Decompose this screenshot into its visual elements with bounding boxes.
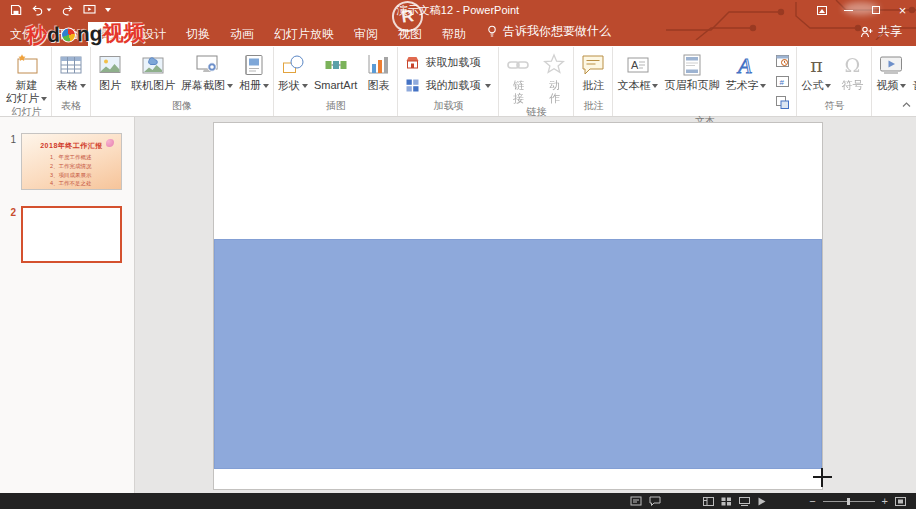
window-title: 演示文稿12 - PowerPoint <box>0 3 916 18</box>
photo-album-button[interactable]: 相册 <box>236 48 272 92</box>
powerpoint-window: 演示文稿12 - PowerPoint × 文件 开始 插入 设计 切换 动画 … <box>0 0 916 509</box>
dropdown-caret <box>80 84 86 88</box>
minimize-button[interactable] <box>835 0 862 20</box>
equation-button[interactable]: π 公式 <box>798 48 834 92</box>
store-icon <box>405 55 420 70</box>
video-label: 视频 <box>876 79 898 92</box>
equation-label: 公式 <box>801 79 823 92</box>
save-icon <box>10 4 22 16</box>
table-button[interactable]: 表格 <box>53 48 89 92</box>
tab-help[interactable]: 帮助 <box>432 22 476 46</box>
table-icon <box>58 50 84 79</box>
normal-view-button[interactable] <box>703 493 714 509</box>
fit-to-window-button[interactable] <box>895 493 906 509</box>
customize-qat-button[interactable] <box>105 8 111 12</box>
shapes-label: 形状 <box>278 79 300 92</box>
online-pictures-button[interactable]: 联机图片 <box>128 48 178 92</box>
maximize-button[interactable] <box>862 0 889 20</box>
undo-button[interactable] <box>31 4 52 16</box>
symbol-button[interactable]: Ω 符号 <box>834 48 870 92</box>
link-button[interactable]: 链接 <box>500 48 536 105</box>
action-icon <box>541 50 567 79</box>
table-label: 表格 <box>56 79 78 92</box>
smartart-button[interactable]: SmartArt <box>311 48 360 92</box>
get-addins-button[interactable]: 获取加载项 <box>399 51 486 74</box>
ribbon-group-text: A 文本框 页眉和页脚 A 艺术字 <box>613 47 797 116</box>
zoom-out-button[interactable]: − <box>809 496 815 507</box>
tab-home[interactable]: 开始 <box>44 22 88 46</box>
video-button[interactable]: 视频 <box>873 48 909 92</box>
shapes-button[interactable]: 形状 <box>275 48 311 92</box>
close-button[interactable]: × <box>889 0 916 20</box>
tab-animations[interactable]: 动画 <box>220 22 264 46</box>
picture-button[interactable]: 图片 <box>92 48 128 92</box>
redo-button[interactable] <box>61 4 74 16</box>
textbox-button[interactable]: A 文本框 <box>614 48 661 92</box>
audio-button[interactable]: 音频 <box>909 48 916 92</box>
share-button[interactable]: 共享 <box>846 17 916 46</box>
my-addins-button[interactable]: 我的加载项 <box>399 74 497 97</box>
start-slideshow-button[interactable] <box>83 4 96 16</box>
ribbon-group-comments: 批注 批注 <box>574 47 613 116</box>
action-label: 动作 <box>547 79 561 105</box>
dropdown-caret <box>900 84 906 88</box>
notes-button[interactable] <box>630 493 642 509</box>
smartart-label: SmartArt <box>314 79 357 92</box>
tab-transitions[interactable]: 切换 <box>176 22 220 46</box>
chart-icon <box>365 50 391 79</box>
slideshow-view-button[interactable] <box>757 493 767 509</box>
new-slide-label-line2: 幻灯片 <box>6 92 39 105</box>
new-slide-button[interactable]: 新建 幻灯片 <box>3 48 50 105</box>
zoom-slider[interactable] <box>823 501 875 502</box>
audio-label: 音频 <box>912 79 916 92</box>
slide-2-thumbnail[interactable] <box>21 206 122 263</box>
slide-editing-surface[interactable] <box>213 122 823 490</box>
customize-qat-caret <box>105 8 111 12</box>
tab-design[interactable]: 设计 <box>132 22 176 46</box>
photo-album-label: 相册 <box>239 79 261 92</box>
slide-sorter-view-button[interactable] <box>721 493 732 509</box>
slide-1-thumbnail[interactable]: 2018年终工作汇报 1、年度工作概述 2、工作完成情况 3、项目成果展示 4、… <box>21 133 122 190</box>
symbol-omega-icon: Ω <box>845 50 861 79</box>
tab-file[interactable]: 文件 <box>0 22 44 46</box>
action-button[interactable]: 动作 <box>536 48 572 105</box>
tab-insert[interactable]: 插入 <box>88 22 132 46</box>
text-small-buttons: # <box>769 48 795 114</box>
screenshot-button[interactable]: 屏幕截图 <box>178 48 236 92</box>
tab-slideshow[interactable]: 幻灯片放映 <box>264 22 344 46</box>
ribbon-tab-bar: 文件 开始 插入 设计 切换 动画 幻灯片放映 审阅 视图 帮助 告诉我你想要做… <box>0 20 916 46</box>
blue-rectangle-shape[interactable] <box>214 239 822 469</box>
title-bar: 演示文稿12 - PowerPoint × <box>0 0 916 20</box>
zoom-slider-thumb[interactable] <box>847 498 850 505</box>
ribbon-display-options-icon <box>817 6 827 15</box>
wordart-button[interactable]: A 艺术字 <box>722 48 769 92</box>
comments-button[interactable] <box>649 493 661 509</box>
ribbon-display-options-button[interactable] <box>808 0 835 20</box>
slide-number-button[interactable]: # <box>772 72 792 90</box>
my-addins-icon <box>405 78 420 93</box>
date-time-button[interactable] <box>772 51 792 69</box>
link-label: 链接 <box>511 79 525 105</box>
tab-view[interactable]: 视图 <box>388 22 432 46</box>
wordart-icon: A <box>733 50 759 79</box>
chevron-up-icon <box>902 101 911 108</box>
slide-1-number: 1 <box>6 133 16 190</box>
group-label-images: 图像 <box>92 99 272 116</box>
online-pictures-label: 联机图片 <box>131 79 175 92</box>
new-slide-label-line1: 新建 <box>16 79 38 92</box>
object-button[interactable] <box>772 93 792 111</box>
reading-view-button[interactable] <box>739 493 750 509</box>
zoom-in-button[interactable]: + <box>882 496 888 507</box>
comment-button[interactable]: 批注 <box>575 48 611 92</box>
picture-label: 图片 <box>99 79 121 92</box>
tab-review[interactable]: 审阅 <box>344 22 388 46</box>
header-footer-button[interactable]: 页眉和页脚 <box>661 48 722 92</box>
comment-label: 批注 <box>582 79 604 92</box>
save-button[interactable] <box>10 4 22 16</box>
tell-me-box[interactable]: 告诉我你想要做什么 <box>476 18 621 46</box>
maximize-icon <box>872 6 880 14</box>
chart-button[interactable]: 图表 <box>360 48 396 92</box>
collapse-ribbon-button[interactable] <box>902 94 911 112</box>
svg-text:A: A <box>631 59 639 71</box>
editing-canvas[interactable] <box>135 117 916 493</box>
